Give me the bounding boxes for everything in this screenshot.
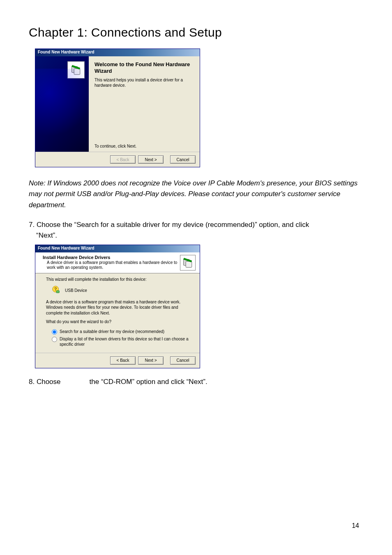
hardware-icon bbox=[67, 61, 85, 79]
step-7-number: 7. bbox=[29, 221, 35, 229]
wizard2-line1: This wizard will complete the installati… bbox=[46, 277, 189, 282]
step-8-number: 8. bbox=[29, 378, 35, 386]
radio-option-display-list[interactable]: Display a list of the known drivers for … bbox=[52, 336, 189, 347]
step-8: 8. Choosethe “CD-ROM” option and click “… bbox=[29, 377, 363, 387]
back-button: < Back bbox=[110, 155, 136, 164]
wizard1-welcome-title: Welcome to the Found New Hardware Wizard bbox=[95, 61, 193, 75]
cancel-button[interactable]: Cancel bbox=[170, 356, 196, 365]
back-button[interactable]: < Back bbox=[110, 356, 136, 365]
radio-display-input[interactable] bbox=[52, 337, 57, 342]
wizard1-sidebar-graphic bbox=[35, 56, 89, 152]
note-paragraph: Note: If Windows 2000 does not recognize… bbox=[29, 178, 363, 210]
wizard-welcome: Found New Hardware Wizard Welcome to the… bbox=[35, 49, 200, 167]
wizard1-titlebar: Found New Hardware Wizard bbox=[35, 49, 200, 56]
step-7: 7. Choose the “Search for a suitable dri… bbox=[29, 220, 363, 241]
wizard-install-drivers: Found New Hardware Wizard Install Hardwa… bbox=[35, 245, 200, 368]
wizard2-question: What do you want the wizard to do? bbox=[46, 319, 189, 325]
next-button[interactable]: Next > bbox=[138, 155, 164, 164]
svg-rect-1 bbox=[74, 69, 80, 75]
page-number: 14 bbox=[352, 522, 359, 530]
wizard2-titlebar: Found New Hardware Wizard bbox=[35, 245, 200, 252]
step-7-text-b: “Next”. bbox=[29, 230, 363, 241]
next-button[interactable]: Next > bbox=[138, 356, 164, 365]
svg-rect-3 bbox=[186, 261, 192, 267]
radio-search-label: Search for a suitable driver for my devi… bbox=[60, 329, 164, 334]
step-8-text-a: Choose bbox=[37, 378, 61, 386]
step-8-text-b: the “CD-ROM” option and click “Next”. bbox=[90, 378, 208, 386]
step-7-text-a: Choose the “Search for a suitable driver… bbox=[37, 221, 309, 229]
wizard1-continue-text: To continue, click Next. bbox=[95, 144, 193, 148]
wizard2-header-sub: A device driver is a software program th… bbox=[43, 260, 180, 271]
cancel-button[interactable]: Cancel bbox=[170, 155, 196, 164]
radio-option-search[interactable]: Search for a suitable driver for my devi… bbox=[52, 329, 189, 335]
wizard2-device-name: USB Device bbox=[65, 288, 87, 294]
wizard2-line2: A device driver is a software program th… bbox=[46, 299, 189, 316]
radio-search-input[interactable] bbox=[52, 329, 57, 335]
chapter-title: Chapter 1: Connections and Setup bbox=[29, 25, 363, 39]
svg-rect-6 bbox=[56, 291, 59, 293]
wizard1-welcome-sub: This wizard helps you install a device d… bbox=[95, 77, 193, 88]
hardware-icon bbox=[180, 255, 196, 271]
question-icon: ? bbox=[52, 285, 61, 296]
radio-display-label: Display a list of the known drivers for … bbox=[60, 336, 189, 347]
wizard2-header-title: Install Hardware Device Drivers bbox=[43, 255, 180, 260]
